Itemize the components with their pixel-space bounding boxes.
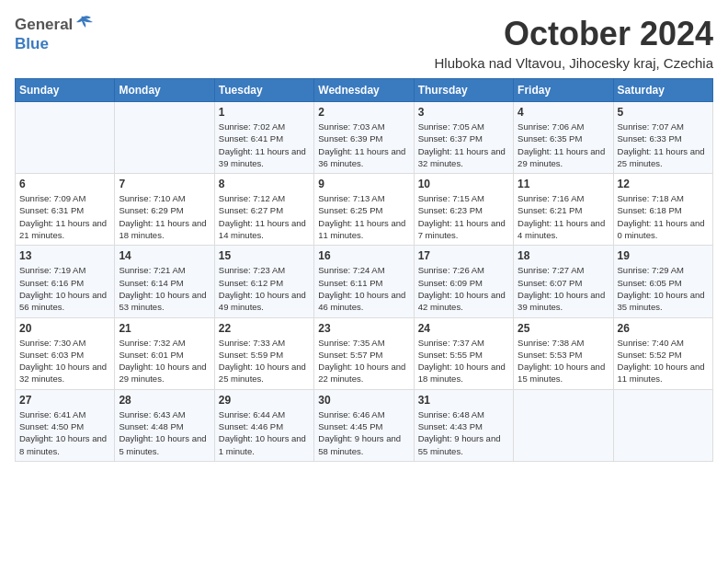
table-row [16, 102, 115, 174]
table-row: 4Sunrise: 7:06 AM Sunset: 6:35 PM Daylig… [514, 102, 613, 174]
day-number: 20 [19, 322, 110, 335]
table-row: 16Sunrise: 7:24 AM Sunset: 6:11 PM Dayli… [314, 246, 414, 317]
day-number: 1 [219, 106, 310, 119]
col-wednesday: Wednesday [314, 79, 414, 102]
table-row: 12Sunrise: 7:18 AM Sunset: 6:18 PM Dayli… [613, 174, 712, 246]
day-number: 14 [119, 249, 210, 262]
day-info: Sunrise: 7:21 AM Sunset: 6:14 PM Dayligh… [119, 264, 210, 313]
table-row: 25Sunrise: 7:38 AM Sunset: 5:53 PM Dayli… [514, 317, 613, 389]
col-sunday: Sunday [16, 79, 115, 102]
day-info: Sunrise: 6:46 AM Sunset: 4:45 PM Dayligh… [318, 408, 409, 457]
day-number: 23 [318, 322, 409, 335]
day-number: 24 [418, 322, 509, 335]
day-number: 25 [518, 322, 609, 335]
day-number: 29 [219, 394, 310, 407]
calendar-week-row: 1Sunrise: 7:02 AM Sunset: 6:41 PM Daylig… [16, 102, 713, 174]
day-number: 28 [119, 394, 210, 407]
col-thursday: Thursday [414, 79, 513, 102]
calendar-header-row: Sunday Monday Tuesday Wednesday Thursday… [16, 79, 713, 102]
table-row [613, 389, 712, 461]
logo: General Blue [15, 15, 95, 53]
day-number: 12 [618, 178, 709, 190]
day-info: Sunrise: 7:33 AM Sunset: 5:59 PM Dayligh… [219, 337, 310, 385]
table-row: 17Sunrise: 7:26 AM Sunset: 6:09 PM Dayli… [414, 246, 513, 317]
day-info: Sunrise: 7:07 AM Sunset: 6:33 PM Dayligh… [618, 121, 709, 169]
day-number: 21 [119, 322, 210, 335]
day-info: Sunrise: 7:12 AM Sunset: 6:27 PM Dayligh… [219, 192, 310, 241]
table-row: 14Sunrise: 7:21 AM Sunset: 6:14 PM Dayli… [115, 246, 214, 317]
col-monday: Monday [115, 79, 214, 102]
table-row: 6Sunrise: 7:09 AM Sunset: 6:31 PM Daylig… [16, 174, 115, 246]
table-row: 11Sunrise: 7:16 AM Sunset: 6:21 PM Dayli… [514, 174, 613, 246]
table-row: 27Sunrise: 6:41 AM Sunset: 4:50 PM Dayli… [16, 389, 115, 461]
day-info: Sunrise: 7:18 AM Sunset: 6:18 PM Dayligh… [618, 192, 709, 241]
day-info: Sunrise: 7:30 AM Sunset: 6:03 PM Dayligh… [19, 337, 110, 385]
day-info: Sunrise: 7:05 AM Sunset: 6:37 PM Dayligh… [418, 121, 509, 169]
day-info: Sunrise: 7:38 AM Sunset: 5:53 PM Dayligh… [518, 337, 609, 385]
day-number: 31 [418, 394, 509, 407]
table-row: 5Sunrise: 7:07 AM Sunset: 6:33 PM Daylig… [613, 102, 712, 174]
day-number: 16 [318, 249, 409, 262]
table-row: 13Sunrise: 7:19 AM Sunset: 6:16 PM Dayli… [16, 246, 115, 317]
day-number: 2 [318, 106, 409, 119]
logo-general-text: General [15, 16, 73, 34]
logo-blue-text: Blue [15, 35, 49, 52]
day-number: 3 [418, 106, 509, 119]
calendar-table: Sunday Monday Tuesday Wednesday Thursday… [15, 78, 713, 462]
day-info: Sunrise: 7:06 AM Sunset: 6:35 PM Dayligh… [518, 121, 609, 169]
table-row: 10Sunrise: 7:15 AM Sunset: 6:23 PM Dayli… [414, 174, 513, 246]
calendar-week-row: 27Sunrise: 6:41 AM Sunset: 4:50 PM Dayli… [16, 389, 713, 461]
table-row: 31Sunrise: 6:48 AM Sunset: 4:43 PM Dayli… [414, 389, 513, 461]
table-row: 18Sunrise: 7:27 AM Sunset: 6:07 PM Dayli… [514, 246, 613, 317]
day-info: Sunrise: 7:16 AM Sunset: 6:21 PM Dayligh… [518, 192, 609, 241]
day-number: 27 [19, 394, 110, 407]
day-number: 4 [518, 106, 609, 119]
day-info: Sunrise: 6:41 AM Sunset: 4:50 PM Dayligh… [19, 408, 110, 457]
day-info: Sunrise: 7:27 AM Sunset: 6:07 PM Dayligh… [518, 264, 609, 313]
day-number: 19 [618, 249, 709, 262]
day-number: 5 [618, 106, 709, 119]
logo-bird-icon [74, 15, 95, 35]
day-number: 17 [418, 249, 509, 262]
day-number: 7 [119, 178, 210, 190]
day-info: Sunrise: 7:09 AM Sunset: 6:31 PM Dayligh… [19, 192, 110, 241]
day-number: 8 [219, 178, 310, 190]
table-row [514, 389, 613, 461]
table-row: 23Sunrise: 7:35 AM Sunset: 5:57 PM Dayli… [314, 317, 414, 389]
day-info: Sunrise: 6:48 AM Sunset: 4:43 PM Dayligh… [418, 408, 509, 457]
day-info: Sunrise: 7:19 AM Sunset: 6:16 PM Dayligh… [19, 264, 110, 313]
table-row: 2Sunrise: 7:03 AM Sunset: 6:39 PM Daylig… [314, 102, 414, 174]
day-info: Sunrise: 7:24 AM Sunset: 6:11 PM Dayligh… [318, 264, 409, 313]
col-saturday: Saturday [613, 79, 712, 102]
day-number: 10 [418, 178, 509, 190]
day-info: Sunrise: 7:15 AM Sunset: 6:23 PM Dayligh… [418, 192, 509, 241]
day-info: Sunrise: 7:26 AM Sunset: 6:09 PM Dayligh… [418, 264, 509, 313]
day-number: 22 [219, 322, 310, 335]
table-row: 22Sunrise: 7:33 AM Sunset: 5:59 PM Dayli… [214, 317, 313, 389]
table-row: 21Sunrise: 7:32 AM Sunset: 6:01 PM Dayli… [115, 317, 214, 389]
calendar-week-row: 6Sunrise: 7:09 AM Sunset: 6:31 PM Daylig… [16, 174, 713, 246]
day-number: 9 [318, 178, 409, 190]
table-row: 24Sunrise: 7:37 AM Sunset: 5:55 PM Dayli… [414, 317, 513, 389]
title-section: October 2024 Hluboka nad Vltavou, Jihoce… [435, 15, 714, 71]
day-number: 6 [19, 178, 110, 190]
day-info: Sunrise: 7:02 AM Sunset: 6:41 PM Dayligh… [219, 121, 310, 169]
table-row: 1Sunrise: 7:02 AM Sunset: 6:41 PM Daylig… [214, 102, 313, 174]
day-info: Sunrise: 7:03 AM Sunset: 6:39 PM Dayligh… [318, 121, 409, 169]
day-info: Sunrise: 7:35 AM Sunset: 5:57 PM Dayligh… [318, 337, 409, 385]
table-row: 15Sunrise: 7:23 AM Sunset: 6:12 PM Dayli… [214, 246, 313, 317]
day-info: Sunrise: 7:29 AM Sunset: 6:05 PM Dayligh… [618, 264, 709, 313]
calendar-week-row: 20Sunrise: 7:30 AM Sunset: 6:03 PM Dayli… [16, 317, 713, 389]
table-row: 28Sunrise: 6:43 AM Sunset: 4:48 PM Dayli… [115, 389, 214, 461]
table-row: 30Sunrise: 6:46 AM Sunset: 4:45 PM Dayli… [314, 389, 414, 461]
day-number: 15 [219, 249, 310, 262]
table-row: 29Sunrise: 6:44 AM Sunset: 4:46 PM Dayli… [214, 389, 313, 461]
day-info: Sunrise: 7:13 AM Sunset: 6:25 PM Dayligh… [318, 192, 409, 241]
col-tuesday: Tuesday [214, 79, 313, 102]
day-number: 18 [518, 249, 609, 262]
table-row: 9Sunrise: 7:13 AM Sunset: 6:25 PM Daylig… [314, 174, 414, 246]
day-info: Sunrise: 7:10 AM Sunset: 6:29 PM Dayligh… [119, 192, 210, 241]
day-info: Sunrise: 7:40 AM Sunset: 5:52 PM Dayligh… [618, 337, 709, 385]
table-row: 26Sunrise: 7:40 AM Sunset: 5:52 PM Dayli… [613, 317, 712, 389]
table-row: 7Sunrise: 7:10 AM Sunset: 6:29 PM Daylig… [115, 174, 214, 246]
